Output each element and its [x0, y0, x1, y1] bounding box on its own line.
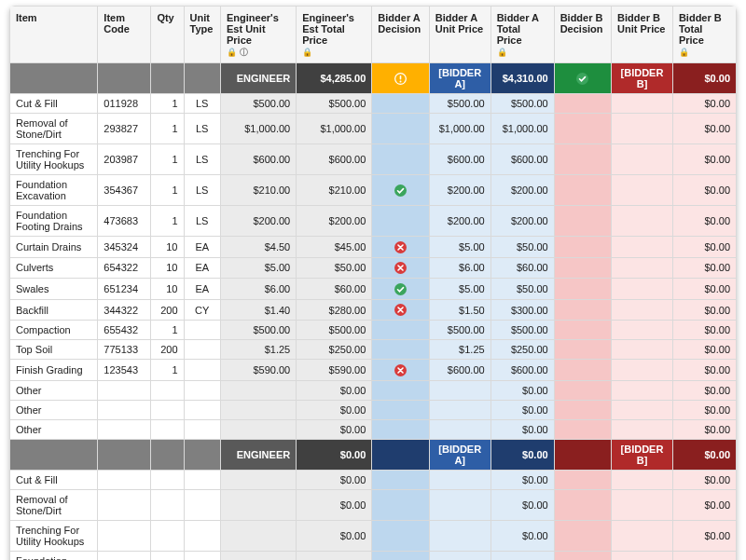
table-row[interactable]: Trenching For Utility Hookups$0.00$0.00$… [10, 520, 737, 551]
cell-bidder-b-total-price[interactable]: $0.00 [672, 257, 736, 279]
col-bidder-a-decision[interactable]: Bidder A Decision [372, 7, 429, 63]
cell-bidder-a-decision[interactable] [372, 489, 429, 520]
cell-bidder-b-total-price[interactable]: $0.00 [672, 340, 736, 360]
cell-eng-total-price[interactable]: $500.00 [297, 94, 372, 114]
cell-bidder-a-unit-price[interactable]: $200.00 [429, 175, 490, 206]
cell-bidder-b-unit-price[interactable] [612, 144, 673, 175]
col-eng-unit-price[interactable]: Engineer's Est Unit Price🔒 ⓘ [220, 7, 296, 63]
cell-bidder-a-decision[interactable] [372, 360, 429, 381]
cell-unit[interactable]: EA [184, 237, 220, 258]
cell-qty[interactable] [151, 400, 184, 419]
cell-bidder-a-unit-price[interactable] [429, 551, 490, 560]
cell-code[interactable]: 473683 [98, 206, 151, 237]
cell-bidder-a-total-price[interactable]: $0.00 [490, 520, 554, 551]
cell-eng-total-price[interactable]: $500.00 [297, 321, 372, 340]
cell-bidder-b-decision[interactable] [554, 257, 611, 279]
cell-eng-unit-price[interactable] [220, 380, 296, 400]
col-bidder-b-unit-price[interactable]: Bidder B Unit Price [612, 7, 673, 63]
cell-bidder-a-decision[interactable] [372, 206, 429, 237]
table-row[interactable]: Other$0.00$0.00$0.00 [10, 419, 737, 439]
cell-bidder-b-total-price[interactable]: $0.00 [672, 299, 736, 321]
cell-bidder-a-decision[interactable] [372, 299, 429, 321]
cell-item[interactable]: Trenching For Utility Hookups [10, 144, 98, 175]
cell-eng-total-price[interactable]: $0.00 [297, 489, 372, 520]
cell-eng-unit-price[interactable] [220, 551, 296, 560]
cell-item[interactable]: Removal of Stone/Dirt [10, 489, 98, 520]
cell-bidder-b-decision[interactable] [554, 470, 611, 489]
cell-item[interactable]: Other [10, 380, 98, 400]
cell-bidder-a-total-price[interactable]: $300.00 [490, 299, 554, 321]
cell-bidder-b-unit-price[interactable] [612, 360, 673, 381]
cell-eng-unit-price[interactable]: $500.00 [220, 321, 296, 340]
cell-eng-total-price[interactable]: $45.00 [297, 237, 372, 258]
cell-bidder-b-total-price[interactable]: $0.00 [672, 279, 736, 300]
cell-bidder-b-unit-price[interactable] [612, 237, 673, 258]
cell-eng-unit-price[interactable]: $6.00 [220, 279, 296, 300]
cell-unit[interactable]: LS [184, 114, 220, 144]
cell-bidder-a-total-price[interactable]: $0.00 [490, 419, 554, 439]
cell-bidder-b-unit-price[interactable] [612, 94, 673, 114]
cell-bidder-a-total-price[interactable]: $60.00 [490, 257, 554, 279]
cell-bidder-b-unit-price[interactable] [612, 114, 673, 144]
cell-bidder-b-decision[interactable] [554, 237, 611, 258]
col-bidder-b-total-price[interactable]: Bidder B Total Price🔒 [672, 7, 736, 63]
col-bidder-b-decision[interactable]: Bidder B Decision [554, 7, 611, 63]
cell-bidder-a-total-price[interactable]: $200.00 [490, 175, 554, 206]
cell-eng-unit-price[interactable]: $1,000.00 [220, 114, 296, 144]
cell-eng-unit-price[interactable]: $4.50 [220, 237, 296, 258]
cell-bidder-a-unit-price[interactable]: $1,000.00 [429, 114, 490, 144]
cell-unit[interactable] [184, 489, 220, 520]
cell-eng-total-price[interactable]: $0.00 [297, 380, 372, 400]
cell-code[interactable]: 654322 [98, 257, 151, 279]
cell-eng-unit-price[interactable]: $5.00 [220, 257, 296, 279]
cell-bidder-a-total-price[interactable]: $50.00 [490, 279, 554, 300]
cell-item[interactable]: Culverts [10, 257, 98, 279]
table-row[interactable]: Finish Grading1235431$590.00$590.00$600.… [10, 360, 737, 381]
cell-eng-total-price[interactable]: $1,000.00 [297, 114, 372, 144]
cell-bidder-b-unit-price[interactable] [612, 279, 673, 300]
cell-qty[interactable] [151, 380, 184, 400]
cell-bidder-a-total-price[interactable]: $0.00 [490, 489, 554, 520]
cell-item[interactable]: Cut & Fill [10, 470, 98, 489]
cell-code[interactable] [98, 470, 151, 489]
cell-bidder-a-unit-price[interactable] [429, 400, 490, 419]
cell-code[interactable] [98, 380, 151, 400]
cell-eng-total-price[interactable]: $0.00 [297, 400, 372, 419]
cell-eng-unit-price[interactable]: $590.00 [220, 360, 296, 381]
cell-bidder-a-unit-price[interactable]: $500.00 [429, 321, 490, 340]
cell-bidder-a-total-price[interactable]: $600.00 [490, 144, 554, 175]
cell-code[interactable] [98, 551, 151, 560]
cell-qty[interactable] [151, 489, 184, 520]
cell-bidder-b-total-price[interactable]: $0.00 [672, 206, 736, 237]
cell-bidder-b-total-price[interactable]: $0.00 [672, 144, 736, 175]
cell-qty[interactable] [151, 470, 184, 489]
cell-item[interactable]: Removal of Stone/Dirt [10, 114, 98, 144]
cell-bidder-a-total-price[interactable]: $1,000.00 [490, 114, 554, 144]
cell-bidder-b-unit-price[interactable] [612, 470, 673, 489]
cell-bidder-b-decision[interactable] [554, 279, 611, 300]
cell-bidder-b-total-price[interactable]: $0.00 [672, 551, 736, 560]
cell-eng-total-price[interactable]: $50.00 [297, 257, 372, 279]
table-row[interactable]: Other$0.00$0.00$0.00 [10, 380, 737, 400]
cell-code[interactable]: 651234 [98, 279, 151, 300]
table-row[interactable]: Backfill344322200CY$1.40$280.00$1.50$300… [10, 299, 737, 321]
table-row[interactable]: Foundation Excavation3543671LS$210.00$21… [10, 175, 737, 206]
cell-code[interactable]: 011928 [98, 94, 151, 114]
cell-qty[interactable]: 1 [151, 94, 184, 114]
table-row[interactable]: Other$0.00$0.00$0.00 [10, 400, 737, 419]
cell-bidder-b-unit-price[interactable] [612, 299, 673, 321]
cell-eng-unit-price[interactable]: $1.25 [220, 340, 296, 360]
cell-bidder-a-unit-price[interactable]: $5.00 [429, 279, 490, 300]
cell-eng-unit-price[interactable] [220, 520, 296, 551]
cell-qty[interactable]: 1 [151, 114, 184, 144]
cell-bidder-b-decision[interactable] [554, 520, 611, 551]
cell-bidder-a-decision[interactable] [372, 321, 429, 340]
col-bidder-a-total-price[interactable]: Bidder A Total Price🔒 [490, 7, 554, 63]
cell-bidder-b-total-price[interactable]: $0.00 [672, 520, 736, 551]
cell-bidder-b-decision[interactable] [554, 114, 611, 144]
table-row[interactable]: Cut & Fill0119281LS$500.00$500.00$500.00… [10, 94, 737, 114]
cell-bidder-b-total-price[interactable]: $0.00 [672, 470, 736, 489]
cell-bidder-a-decision[interactable] [372, 419, 429, 439]
cell-bidder-b-unit-price[interactable] [612, 489, 673, 520]
cell-bidder-b-total-price[interactable]: $0.00 [672, 94, 736, 114]
